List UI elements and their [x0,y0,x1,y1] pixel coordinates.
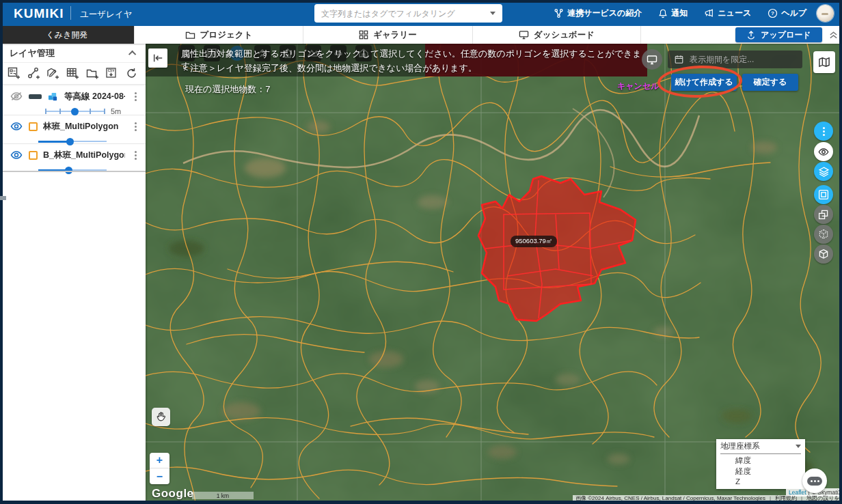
screen-display-button[interactable] [642,49,662,70]
coordinate-system-panel: 地理座標系 緯度 経度 Z [716,439,805,489]
layer-style-swatch[interactable] [29,122,38,131]
add-raster-layer-button[interactable] [7,66,21,81]
coord-option-z[interactable]: Z [716,476,805,487]
help-icon: ? [768,8,778,18]
layer-panel-header[interactable]: レイヤ管理 [0,44,146,63]
nav-link-label: ヘルプ [781,8,806,19]
more-options-button[interactable] [802,468,827,493]
panel-divider [0,171,146,172]
cancel-button[interactable]: キャンセル [617,81,659,92]
filter-input[interactable] [321,9,490,18]
dropdown-caret-icon [796,445,801,448]
folder-icon [185,31,195,40]
nav-link-services[interactable]: 連携サービスの紹介 [554,8,642,19]
add-polygon-layer-button[interactable] [46,66,60,81]
select-area-tool-button[interactable] [814,185,833,204]
nav-link-label: ニュース [718,8,751,19]
coord-option-latitude[interactable]: 緯度 [716,454,805,465]
slider-value-label: 5m [111,107,121,115]
imagery-credit: 画像 ©2024 Airbus, CNES / Airbus, Landsat … [575,494,765,501]
layer-menu-button[interactable] [131,90,140,102]
nav-user-layer[interactable]: ユーザレイヤ [80,9,132,20]
nav-link-news[interactable]: ニュース [704,8,751,19]
tab-projects[interactable]: プロジェクト [134,26,303,44]
satellite-basemap: i [146,44,839,501]
map-icon [818,57,830,68]
terms-link[interactable]: 利用規約 [775,494,797,501]
nav-link-label: 通知 [671,8,688,19]
map-canvas[interactable]: i 属性出力対象範囲とするポリゴンをク [146,44,839,501]
brand-logo[interactable]: KUMIKI [14,6,64,21]
nav-link-notifications[interactable]: 通知 [658,8,688,19]
layer-row-contour[interactable]: 等高線 2024-08-21… 5m [0,85,146,115]
date-filter-box[interactable] [668,51,802,68]
tab-workspace[interactable]: くみき開発 [0,26,134,44]
report-error-link[interactable]: 地図の誤りを報告する [806,494,839,501]
avatar[interactable] [817,5,834,22]
coord-option-longitude[interactable]: 経度 [716,465,805,476]
layer-style-swatch[interactable] [29,151,38,160]
opacity-slider[interactable] [38,166,107,174]
layers-tool-button[interactable] [814,162,833,181]
confirm-button[interactable]: 確定する [742,74,798,91]
pan-tool-button[interactable] [152,408,170,426]
tab-label: ダッシュボード [534,29,595,41]
layer-menu-button[interactable] [131,149,140,161]
add-folder-button[interactable] [85,66,100,81]
zoom-out-button[interactable]: − [150,468,169,484]
cube-icon [818,249,829,260]
visibility-on-icon[interactable] [10,122,23,131]
filter-combobox[interactable] [314,4,502,23]
point-cloud-tool-button[interactable] [814,225,833,244]
sidebar-resize-handle[interactable] [0,196,6,200]
nav-link-label: 連携サービスの紹介 [567,8,642,19]
coordinate-system-select[interactable]: 地理座標系 [720,439,801,454]
tab-dashboard[interactable]: ダッシュボード [472,26,641,44]
collapse-sidebar-button[interactable] [148,48,167,68]
visibility-tool-button[interactable] [814,142,833,161]
layer-menu-button[interactable] [131,120,140,132]
layer-row-b-rinpan[interactable]: B_林班_MultiPolygon [0,144,146,173]
monitor-icon [647,55,657,65]
eye-icon [817,148,830,156]
zoom-in-button[interactable]: + [150,453,169,468]
dropdown-caret-icon[interactable] [490,12,495,15]
kumiki-app: KUMIKI ユーザレイヤ 連携サービスの紹介 通知 ニュース ? ヘルプ [0,0,842,504]
selection-count: 現在の選択地物数：7 [185,83,271,96]
import-csv-button[interactable]: CSV [105,66,120,81]
upload-icon [746,30,756,40]
tiles-tool-button[interactable] [814,205,833,224]
basemap-button[interactable] [813,51,835,73]
google-logo: Google [152,487,194,501]
add-point-layer-button[interactable] [27,66,41,81]
layers-icon [818,166,830,178]
continue-create-button[interactable]: 続けて作成する [671,74,737,91]
nav-link-help[interactable]: ? ヘルプ [768,8,806,19]
visibility-off-icon[interactable] [10,92,23,101]
date-filter-input[interactable] [690,55,796,64]
refresh-layers-button[interactable] [124,66,139,81]
layer-name: 林班_MultiPolygon [43,121,125,132]
layer-panel: レイヤ管理 CSV [0,44,146,501]
monitor-icon [519,30,529,40]
model-3d-tool-button[interactable] [814,244,833,264]
collapse-tabbar-button[interactable] [828,29,839,41]
tab-gallery[interactable]: ギャラリー [303,26,472,44]
tab-label: プロジェクト [200,29,253,41]
share-icon [554,8,564,18]
calendar-icon [675,55,683,64]
upload-button[interactable]: アップロード [735,27,822,42]
grid-icon [359,30,368,40]
map-menu-button[interactable] [814,122,833,141]
contour-interval-slider[interactable] [45,107,105,115]
layer-row-rinpan[interactable]: 林班_MultiPolygon [0,115,146,144]
layer-panel-title: レイヤ管理 [10,47,131,59]
attr-separator: | [770,495,771,501]
hand-icon [155,411,167,423]
instruction-text-2: ＜注意＞レイヤ登録完了後、数分間は地物選択できない場合があります。 [181,62,477,74]
layer-style-swatch[interactable] [29,94,42,99]
bell-icon [658,8,668,18]
visibility-on-icon[interactable] [10,150,23,160]
svg-text:?: ? [771,10,774,16]
add-table-layer-button[interactable] [66,66,80,81]
